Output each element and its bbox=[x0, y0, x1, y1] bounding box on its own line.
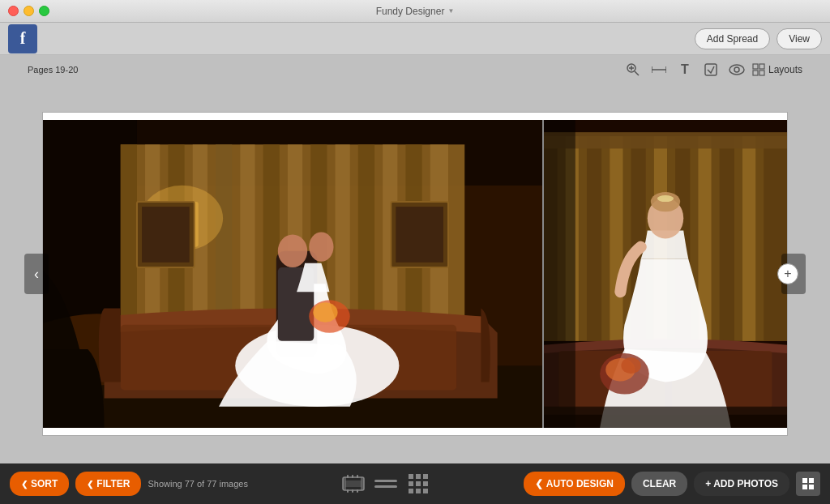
svg-rect-77 bbox=[347, 475, 349, 478]
svg-rect-53 bbox=[587, 136, 601, 341]
svg-rect-39 bbox=[396, 207, 443, 263]
layouts-grid-icon bbox=[752, 63, 765, 76]
fit-button[interactable] bbox=[648, 59, 670, 80]
facebook-button[interactable]: f bbox=[8, 24, 37, 53]
filmstrip-button[interactable] bbox=[340, 471, 366, 497]
svg-point-67 bbox=[657, 195, 674, 202]
svg-rect-91 bbox=[423, 489, 428, 493]
eye-button[interactable] bbox=[726, 59, 747, 80]
grid-view-icon bbox=[802, 477, 815, 490]
svg-rect-59 bbox=[720, 136, 734, 341]
pattern-button[interactable] bbox=[405, 471, 431, 497]
plus-icon: + bbox=[784, 267, 791, 281]
auto-design-chevron-icon: ❮ bbox=[535, 478, 543, 489]
svg-rect-79 bbox=[357, 475, 358, 478]
add-photos-button[interactable]: + ADD PHOTOS bbox=[694, 472, 789, 496]
svg-rect-90 bbox=[416, 489, 421, 493]
svg-rect-92 bbox=[802, 478, 807, 483]
svg-rect-60 bbox=[742, 136, 755, 341]
maximize-button[interactable] bbox=[39, 6, 49, 16]
window-controls bbox=[8, 6, 49, 16]
svg-rect-87 bbox=[416, 481, 421, 486]
svg-rect-85 bbox=[423, 474, 428, 479]
showing-text: Showing 77 of 77 images bbox=[148, 479, 248, 489]
clear-button[interactable]: CLEAR bbox=[631, 472, 687, 496]
svg-rect-78 bbox=[352, 475, 353, 478]
svg-rect-95 bbox=[809, 485, 814, 489]
svg-rect-71 bbox=[544, 120, 575, 428]
svg-point-70 bbox=[621, 357, 640, 374]
svg-rect-83 bbox=[409, 474, 413, 479]
svg-point-9 bbox=[734, 67, 739, 72]
spread-inner bbox=[43, 113, 787, 435]
titlebar: Fundy Designer ▼ bbox=[0, 0, 830, 23]
filter-chevron-icon: ❮ bbox=[87, 480, 93, 489]
minimize-button[interactable] bbox=[24, 6, 34, 16]
photo-right[interactable] bbox=[544, 120, 787, 428]
svg-point-48 bbox=[313, 302, 337, 322]
svg-line-1 bbox=[635, 71, 639, 75]
sort-label: SORT bbox=[31, 478, 58, 489]
sort-chevron-icon: ❮ bbox=[21, 480, 28, 489]
filter-button[interactable]: ❮ FILTER bbox=[75, 472, 141, 496]
facebook-icon: f bbox=[20, 29, 26, 48]
auto-design-label: AUTO DESIGN bbox=[546, 478, 614, 489]
photo-left[interactable] bbox=[43, 120, 544, 428]
svg-point-45 bbox=[278, 234, 307, 267]
nav-left-button[interactable]: ‹ bbox=[24, 254, 49, 294]
sort-button[interactable]: ❮ SORT bbox=[10, 472, 69, 496]
spread-bottom-bar bbox=[43, 428, 787, 435]
svg-rect-88 bbox=[423, 481, 428, 486]
drag-handle[interactable] bbox=[374, 480, 397, 488]
svg-point-8 bbox=[729, 65, 744, 75]
app-title: Fundy Designer bbox=[376, 6, 445, 17]
layouts-label: Layouts bbox=[768, 64, 802, 75]
left-arrow-icon: ‹ bbox=[34, 266, 39, 283]
auto-design-button[interactable]: ❮ AUTO DESIGN bbox=[524, 472, 625, 496]
filter-label: FILTER bbox=[96, 478, 130, 489]
sub-toolbar: Pages 19-20 T bbox=[24, 55, 806, 84]
spread-wrapper: ‹ bbox=[24, 84, 806, 463]
svg-rect-10 bbox=[753, 64, 758, 69]
bottom-bar: ❮ SORT ❮ FILTER Showing 77 of 77 images bbox=[0, 463, 830, 504]
stamp-button[interactable] bbox=[700, 59, 721, 80]
svg-rect-82 bbox=[357, 489, 358, 493]
right-photo-svg bbox=[544, 120, 787, 428]
layouts-button[interactable]: Layouts bbox=[752, 63, 802, 76]
add-spread-button[interactable]: Add Spread bbox=[695, 28, 770, 49]
text-button[interactable]: T bbox=[674, 59, 695, 80]
svg-rect-61 bbox=[764, 136, 787, 341]
svg-rect-81 bbox=[352, 489, 353, 493]
toolbar-left: f bbox=[8, 24, 37, 53]
svg-rect-86 bbox=[409, 481, 413, 486]
fit-icon bbox=[652, 65, 666, 75]
spread-top-bar bbox=[43, 113, 787, 120]
grid-view-button[interactable] bbox=[796, 472, 820, 496]
svg-rect-80 bbox=[347, 489, 349, 493]
bottom-right: ❮ AUTO DESIGN CLEAR + ADD PHOTOS bbox=[524, 472, 820, 496]
bottom-left: ❮ SORT ❮ FILTER Showing 77 of 77 images bbox=[10, 472, 248, 496]
view-button[interactable]: View bbox=[777, 28, 822, 49]
title-arrow: ▼ bbox=[447, 7, 454, 15]
pattern-icon bbox=[407, 472, 430, 495]
svg-rect-89 bbox=[409, 489, 413, 493]
zoom-icon bbox=[626, 62, 640, 77]
add-page-button[interactable]: + bbox=[777, 263, 798, 284]
svg-rect-93 bbox=[809, 478, 814, 483]
stamp-icon bbox=[704, 62, 718, 77]
spread-images bbox=[43, 120, 787, 428]
main-content: Pages 19-20 T bbox=[0, 55, 830, 463]
svg-rect-11 bbox=[759, 64, 764, 69]
zoom-button[interactable] bbox=[622, 59, 644, 80]
svg-point-66 bbox=[651, 192, 680, 211]
left-photo-svg bbox=[43, 120, 542, 428]
close-button[interactable] bbox=[8, 6, 19, 16]
filmstrip-icon bbox=[342, 475, 365, 493]
eye-icon bbox=[729, 64, 745, 75]
svg-rect-54 bbox=[610, 136, 622, 341]
sub-tools: T Layout bbox=[622, 59, 802, 80]
svg-rect-84 bbox=[416, 474, 421, 479]
svg-rect-76 bbox=[345, 481, 362, 487]
main-toolbar: f Add Spread View bbox=[0, 23, 830, 55]
toolbar-right: Add Spread View bbox=[695, 28, 822, 49]
